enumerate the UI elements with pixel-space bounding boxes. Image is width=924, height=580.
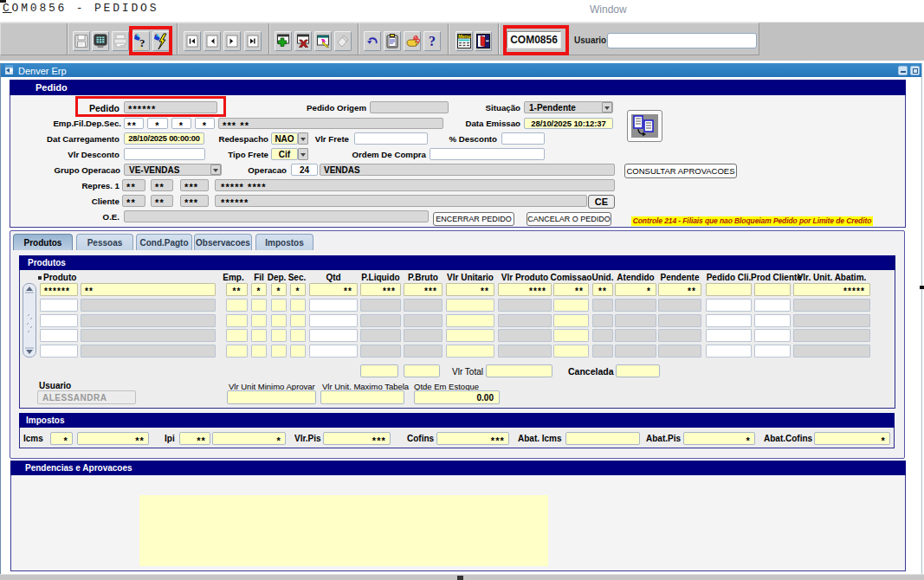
svg-text:Menu: Menu xyxy=(458,34,470,39)
